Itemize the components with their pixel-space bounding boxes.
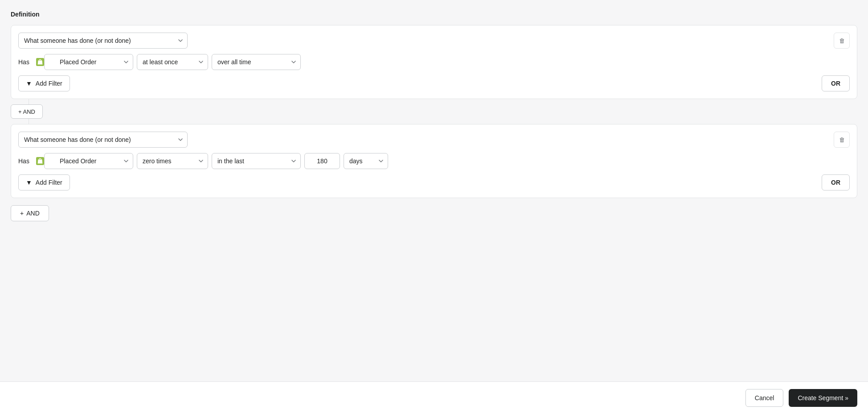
or-button-1[interactable]: OR [822,75,850,91]
has-row-1: Has Placed Order at least once over all … [18,54,850,70]
add-filter-label-2: Add Filter [36,179,62,186]
event-select-1[interactable]: Placed Order [44,54,133,70]
plus-icon-2: + [20,210,24,217]
and-connector-2: + AND [11,205,857,221]
delete-button-2[interactable]: 🗑 [834,132,850,148]
condition-top-row-2: What someone has done (or not done) 🗑 [18,132,850,148]
has-label-1: Has [18,58,31,66]
delete-button-1[interactable]: 🗑 [834,33,850,49]
and-button-1[interactable]: + AND [11,104,43,119]
trash-icon-2: 🗑 [839,137,845,143]
frequency-select-2[interactable]: zero times [137,153,208,169]
main-select-1[interactable]: What someone has done (or not done) [18,33,188,49]
add-filter-button-1[interactable]: ▼ Add Filter [18,75,70,91]
shopify-icon-1 [36,58,44,66]
condition-block-2: What someone has done (or not done) 🗑 Ha… [11,124,857,198]
create-segment-button[interactable]: Create Segment » [789,389,857,407]
time-select-1[interactable]: over all time [212,54,301,70]
condition-top-row-1: What someone has done (or not done) 🗑 [18,33,850,49]
event-select-wrapper-1: Placed Order [36,54,133,70]
time-select-2[interactable]: in the last [212,153,301,169]
frequency-select-1[interactable]: at least once [137,54,208,70]
page-title: Definition [11,11,857,18]
and-button-2[interactable]: + AND [11,205,49,221]
and-label-2: AND [26,210,40,217]
shopify-icon-2 [36,157,44,165]
condition-block-1: What someone has done (or not done) 🗑 Ha… [11,25,857,99]
or-button-2[interactable]: OR [822,174,850,190]
and-connector-1: + AND [11,99,857,124]
bottom-row-2: ▼ Add Filter OR [18,174,850,190]
main-select-wrapper-2: What someone has done (or not done) [18,132,188,148]
trash-icon-1: 🗑 [839,37,845,44]
filter-icon-1: ▼ [26,80,32,87]
main-select-wrapper-1: What someone has done (or not done) [18,33,188,49]
add-filter-button-2[interactable]: ▼ Add Filter [18,174,70,190]
bottom-row-1: ▼ Add Filter OR [18,75,850,91]
has-label-2: Has [18,157,31,165]
event-select-wrapper-2: Placed Order [36,153,133,169]
add-filter-label-1: Add Filter [36,80,62,87]
filter-icon-2: ▼ [26,179,32,186]
cancel-button[interactable]: Cancel [745,389,784,407]
has-row-2: Has Placed Order zero times in the last … [18,153,850,169]
main-select-2[interactable]: What someone has done (or not done) [18,132,188,148]
footer-bar: Cancel Create Segment » [0,381,868,414]
number-input-2[interactable] [304,153,340,169]
event-select-2[interactable]: Placed Order [44,153,133,169]
period-select-2[interactable]: days [344,153,388,169]
